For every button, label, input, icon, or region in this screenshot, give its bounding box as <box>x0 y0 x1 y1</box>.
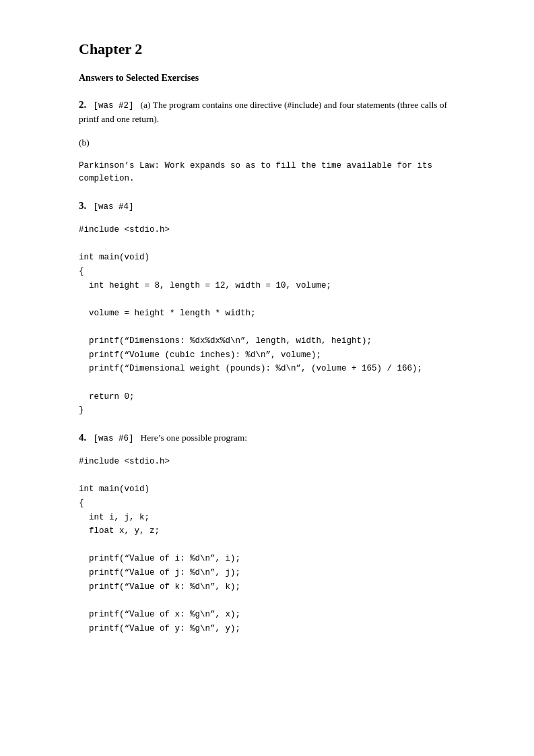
section-title: Answers to Selected Exercises <box>79 73 467 84</box>
exercise-2-text-a: (a) The program contains one directive (… <box>79 100 447 124</box>
chapter-title: Chapter 2 <box>79 40 467 58</box>
exercise-4-header: 4. [was #6] Here’s one possible program: <box>79 430 467 445</box>
exercise-4-code: #include <stdio.h> int main(void) { int … <box>79 455 467 635</box>
exercise-3-header: 3. [was #4] <box>79 198 467 214</box>
exercise-4-intro: Here’s one possible program: <box>141 433 248 443</box>
exercise-4-tag: [was #6] <box>93 434 133 443</box>
exercise-3-tag: [was #4] <box>93 202 133 212</box>
exercise-2-number: 2. <box>79 99 86 110</box>
exercise-2-part-b-label: (b) <box>79 136 467 150</box>
exercise-4-number: 4. <box>79 432 86 443</box>
exercise-3-code: #include <stdio.h> int main(void) { int … <box>79 223 467 418</box>
exercise-2-part-a: 2. [was #2] (a) The program contains one… <box>79 97 467 127</box>
exercise-4: 4. [was #6] Here’s one possible program:… <box>79 430 467 635</box>
exercise-2: 2. [was #2] (a) The program contains one… <box>79 97 467 186</box>
exercise-2-tag: [was #2] <box>93 101 133 111</box>
exercise-2-parkinsons: Parkinson’s Law: Work expands so as to f… <box>79 160 467 186</box>
exercise-3-number: 3. <box>79 200 86 211</box>
exercise-3: 3. [was #4] #include <stdio.h> int main(… <box>79 198 467 418</box>
